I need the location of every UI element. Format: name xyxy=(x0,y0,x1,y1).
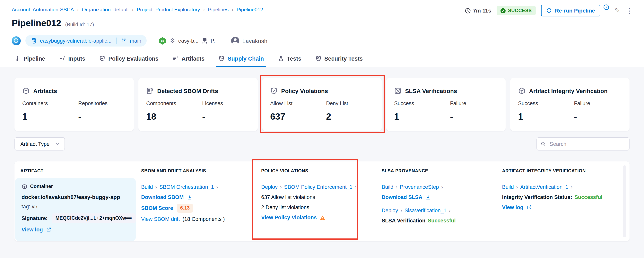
download-sbom-link[interactable]: Download SBOM xyxy=(141,194,184,201)
pipeline-context: ∞ ⚙ easy-b... P. xyxy=(158,36,215,45)
tab-label: Tests xyxy=(287,55,301,62)
slsa-provenance-cell: Build› ProvenanceStep› Download SLSA Dep… xyxy=(382,178,502,241)
repo-branch-pill[interactable]: easybuggy-vulnerable-applic... main xyxy=(26,35,147,46)
tab-inputs[interactable]: Inputs xyxy=(59,50,85,67)
tab-tests[interactable]: Tests xyxy=(278,50,301,67)
stat-label: Success xyxy=(394,100,442,106)
integrity-status-value: Successful xyxy=(574,194,602,201)
clock-icon xyxy=(465,8,470,14)
breadcrumb-pipeline012[interactable]: Pipeline012 xyxy=(236,6,263,12)
title-row: Pipeline012 (Build Id: 17) xyxy=(12,18,632,30)
external-link-icon[interactable] xyxy=(46,227,51,232)
breadcrumb-organization[interactable]: Organization: default xyxy=(82,6,129,12)
execution-info-row: easybuggy-vulnerable-applic... main ∞ ⚙ … xyxy=(12,34,632,48)
stat-value: 18 xyxy=(146,112,194,122)
tab-label: Pipeline xyxy=(24,55,45,62)
download-slsa-link[interactable]: Download SLSA xyxy=(382,194,422,201)
flask-icon xyxy=(278,56,284,61)
signature-value[interactable]: MEQCICde2Vjl...L+2+mqnOXw== xyxy=(52,214,136,223)
view-policy-violations-link[interactable]: View Policy Violations xyxy=(261,214,317,221)
card-policy-violations: Policy Violations Allow List637 Deny Lis… xyxy=(262,78,382,131)
tab-supply-chain[interactable]: Supply Chain xyxy=(218,50,264,67)
stat-value: 2 xyxy=(326,112,374,122)
slsa-verification-label: SLSA Verification xyxy=(382,217,426,224)
view-log-link[interactable]: View log xyxy=(22,226,43,233)
user-name: Lavakush xyxy=(242,37,267,44)
search-input[interactable] xyxy=(549,140,625,147)
branch-name: main xyxy=(130,38,141,44)
chevron-separator-icon: › xyxy=(77,6,79,12)
rerun-pipeline-button[interactable]: Re-run Pipeline xyxy=(541,5,600,16)
slsa-step2-link[interactable]: SlsaVerification_1 xyxy=(404,207,446,214)
policy-stage-link[interactable]: Deploy xyxy=(261,183,278,191)
download-icon[interactable] xyxy=(426,194,431,200)
stat-label: Containers xyxy=(22,100,70,106)
tab-label: Supply Chain xyxy=(228,55,264,62)
branch-icon xyxy=(121,38,127,44)
slsa-stage2-link[interactable]: Deploy xyxy=(382,207,398,214)
stat-label: Failure xyxy=(450,100,498,106)
tab-security-tests[interactable]: Security Tests xyxy=(315,50,363,67)
tab-artifacts[interactable]: Artifacts xyxy=(173,50,205,67)
policy-step-link[interactable]: SBOM Policy Enforcement_1 xyxy=(284,183,352,191)
edit-pencil-icon[interactable]: ✎ xyxy=(615,7,620,14)
tab-label: Policy Evaluations xyxy=(108,55,158,62)
card-title: Artifacts xyxy=(33,88,57,94)
stat-value: 637 xyxy=(270,112,318,122)
breadcrumb-account[interactable]: Account: Automation-SSCA xyxy=(12,6,74,12)
artifact-type: Container xyxy=(30,183,53,190)
breadcrumb-project[interactable]: Project: Product Exploratory xyxy=(137,6,200,12)
table-scrollbar[interactable] xyxy=(623,165,626,237)
tab-policy-evaluations[interactable]: Policy Evaluations xyxy=(99,50,158,67)
stat-label: Components xyxy=(146,100,194,106)
sbom-stage-link[interactable]: Build xyxy=(141,183,153,191)
pipeline-icon xyxy=(14,56,20,61)
slsa-stage1-link[interactable]: Build xyxy=(382,183,393,191)
col-header-integrity: ARTIFACT INTEGRITY VERIFICATION xyxy=(502,168,630,173)
info-icon[interactable] xyxy=(603,4,609,12)
check-circle-icon xyxy=(500,8,506,13)
sbom-score-link[interactable]: SBOM Score xyxy=(141,204,173,212)
duration-text: 7m 11s xyxy=(473,8,491,14)
col-header-slsa: SLSA PROVENANCE xyxy=(382,168,502,173)
artifact-type-dropdown[interactable]: Artifact Type xyxy=(14,137,65,150)
slsa-icon xyxy=(394,87,402,94)
table-header: ARTIFACT SBOM AND DRIFT ANALYSIS POLICY … xyxy=(14,162,630,178)
sbom-step-link[interactable]: SBOM Orchestration_1 xyxy=(159,183,214,191)
page-title: Pipeline012 xyxy=(12,18,61,28)
stat-label: Licenses xyxy=(202,100,250,106)
card-title: Detected SBOM Drifts xyxy=(157,88,218,94)
stat-value: - xyxy=(574,112,622,122)
card-title: Artifact Integrity Verification xyxy=(529,88,608,94)
artifact-table: ARTIFACT SBOM AND DRIFT ANALYSIS POLICY … xyxy=(14,162,630,241)
stat-value: - xyxy=(78,112,126,122)
tab-pipeline[interactable]: Pipeline xyxy=(14,50,45,67)
breadcrumb-pipelines[interactable]: Pipelines xyxy=(208,6,229,12)
search-icon xyxy=(541,141,546,146)
svg-text:∞: ∞ xyxy=(161,38,164,43)
user-info: Lavakush xyxy=(231,36,267,45)
download-icon[interactable] xyxy=(187,194,192,200)
artifact-type-label: Artifact Type xyxy=(20,141,50,147)
card-sbom-drifts: Detected SBOM Drifts Components18 Licens… xyxy=(138,78,258,131)
search-box xyxy=(536,137,630,150)
tab-label: Security Tests xyxy=(324,55,363,62)
stat-value: 1 xyxy=(22,112,70,122)
integrity-step-link[interactable]: ArtifactVerification_1 xyxy=(520,183,568,191)
view-sbom-drift-link[interactable]: View SBOM drift xyxy=(141,216,180,223)
tab-label: Artifacts xyxy=(182,55,205,62)
allow-list-violations: 637 Allow list violations xyxy=(261,194,376,201)
slsa-step1-link[interactable]: ProvenanceStep xyxy=(400,183,439,191)
kebab-menu-icon[interactable]: ⋮ xyxy=(626,7,633,14)
tab-bar: Pipeline Inputs Policy Evaluations Artif… xyxy=(0,50,644,67)
view-log-link[interactable]: View log xyxy=(502,204,523,211)
warning-triangle-icon xyxy=(320,215,325,220)
stat-label: Repositories xyxy=(78,100,126,106)
cube-icon xyxy=(22,184,27,190)
external-link-icon[interactable] xyxy=(526,205,532,210)
integrity-stage-link[interactable]: Build xyxy=(502,183,514,191)
rerun-pipeline-label: Re-run Pipeline xyxy=(555,8,595,14)
pill-divider xyxy=(116,38,116,44)
col-header-sbom: SBOM AND DRIFT ANALYSIS xyxy=(141,168,261,173)
integrity-cell: Build› ArtifactVerification_1› Integrity… xyxy=(502,178,630,241)
